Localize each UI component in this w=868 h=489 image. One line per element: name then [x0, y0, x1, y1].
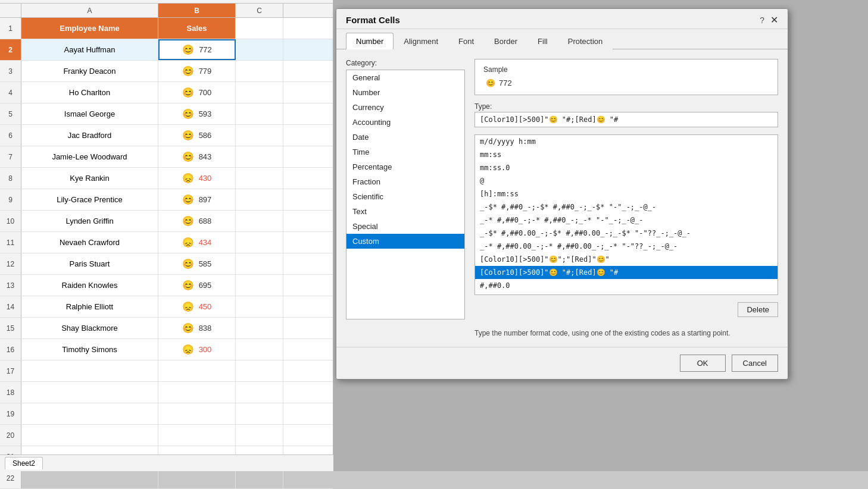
cell-name[interactable]: Shay Blackmore	[21, 318, 158, 338]
cell-name[interactable]: Paris Stuart	[21, 253, 158, 274]
table-row[interactable]: 1Employee NameSales	[0, 18, 333, 39]
table-row[interactable]: 15Shay Blackmore😊838	[0, 318, 333, 339]
category-item[interactable]: General	[346, 70, 464, 85]
table-row[interactable]: 7Jamie-Lee Woodward😊843	[0, 146, 333, 168]
delete-button[interactable]: Delete	[738, 302, 778, 317]
table-row[interactable]: 16Timothy Simons😞300	[0, 339, 333, 361]
cell-sales[interactable]: 😞300	[158, 339, 236, 360]
cell-sales[interactable]: 😊688	[158, 211, 236, 231]
table-row[interactable]: 12Paris Stuart😊585	[0, 253, 333, 275]
format-list-item[interactable]: _-* #,##0_-;-* #,##0_-;_-* "-"_-;_-@_-	[475, 214, 778, 227]
tab-font[interactable]: Font	[448, 33, 484, 49]
category-item[interactable]: Date	[346, 130, 464, 145]
cancel-button[interactable]: Cancel	[732, 355, 778, 372]
format-list-item[interactable]: _-$* #,##0_-;-$* #,##0_-;_-$* "-"_-;_-@_…	[475, 200, 778, 214]
cell-name[interactable]	[21, 382, 158, 403]
table-row[interactable]: 8Kye Rankin😞430	[0, 168, 333, 189]
cell-name[interactable]: Lynden Griffin	[21, 211, 158, 231]
format-list-item[interactable]: [Color10][>500]"😊";"[Red]"😊"	[475, 253, 778, 266]
cell-sales[interactable]	[158, 425, 236, 446]
cell-sales[interactable]: 😊700	[158, 82, 236, 103]
cell-name[interactable]: Jac Bradford	[21, 125, 158, 146]
type-input[interactable]	[474, 112, 778, 127]
col-header-b[interactable]: B	[158, 4, 236, 17]
category-item[interactable]: Percentage	[346, 159, 464, 174]
cell-sales[interactable]: 😊586	[158, 125, 236, 146]
cell-sales[interactable]: 😊585	[158, 253, 236, 274]
table-row[interactable]: 17	[0, 361, 333, 382]
cell-sales[interactable]: 😞450	[158, 296, 236, 317]
format-list-item[interactable]: _-* #,##0.00_-;-* #,##0.00_-;_-* "-"??_-…	[475, 240, 778, 253]
cell-name[interactable]: Franky Deacon	[21, 61, 158, 82]
cell-name[interactable]: Lily-Grace Prentice	[21, 189, 158, 210]
format-list-item[interactable]: m/d/yyyy h:mm	[475, 135, 778, 148]
col-header-a[interactable]: A	[21, 4, 158, 17]
cell-sales[interactable]: 😞434	[158, 232, 236, 253]
cell-name[interactable]: Nevaeh Crawford	[21, 232, 158, 253]
tab-protection[interactable]: Protection	[558, 33, 613, 49]
cell-name[interactable]: Raiden Knowles	[21, 275, 158, 296]
tab-alignment[interactable]: Alignment	[394, 33, 448, 49]
cell-sales[interactable]: Sales	[158, 18, 236, 39]
category-item[interactable]: Accounting	[346, 115, 464, 130]
cell-name[interactable]: Ismael George	[21, 104, 158, 124]
format-list-item[interactable]: #,##0.0	[475, 279, 778, 292]
format-list-item[interactable]: [h]:mm:ss	[475, 187, 778, 200]
tab-fill[interactable]: Fill	[527, 33, 558, 49]
table-row[interactable]: 20	[0, 425, 333, 446]
cell-name[interactable]: Kye Rankin	[21, 168, 158, 189]
format-list-item[interactable]: mm:ss.0	[475, 161, 778, 174]
category-item[interactable]: Custom	[346, 234, 464, 249]
cell-name[interactable]: Ho Charlton	[21, 82, 158, 103]
category-item[interactable]: Time	[346, 145, 464, 159]
category-item[interactable]: Text	[346, 204, 464, 219]
cell-sales[interactable]	[158, 382, 236, 403]
format-list-item[interactable]: [Color10][>500]"😊 "#;[Red]😊 "#	[475, 266, 778, 279]
table-row[interactable]: 9Lily-Grace Prentice😊897	[0, 189, 333, 211]
cell-name[interactable]: Jamie-Lee Woodward	[21, 146, 158, 167]
ok-button[interactable]: OK	[680, 355, 726, 372]
cell-sales[interactable]	[158, 361, 236, 381]
cell-name[interactable]: Aayat Huffman	[21, 39, 158, 60]
cell-sales[interactable]: 😞430	[158, 168, 236, 189]
category-item[interactable]: Fraction	[346, 174, 464, 189]
cell-sales[interactable]	[158, 403, 236, 424]
cell-sales[interactable]: 😊897	[158, 189, 236, 210]
dialog-close-button[interactable]: ✕	[770, 15, 778, 25]
table-row[interactable]: 13Raiden Knowles😊695	[0, 275, 333, 296]
cell-name[interactable]: Ralphie Elliott	[21, 296, 158, 317]
table-row[interactable]: 5Ismael George😊593	[0, 104, 333, 125]
cell-sales[interactable]: 😊838	[158, 318, 236, 338]
cell-sales[interactable]: 😊843	[158, 146, 236, 167]
cell-name[interactable]	[21, 361, 158, 381]
cell-name[interactable]	[21, 425, 158, 446]
cell-name[interactable]	[21, 403, 158, 424]
table-row[interactable]: 2Aayat Huffman😊772	[0, 39, 333, 61]
category-item[interactable]: Special	[346, 219, 464, 234]
format-list-item[interactable]: mm:ss	[475, 148, 778, 161]
table-row[interactable]: 3Franky Deacon😊779	[0, 61, 333, 82]
cell-sales[interactable]: 😊593	[158, 104, 236, 124]
cell-sales[interactable]: 😊772	[158, 39, 236, 60]
cell-name[interactable]: Employee Name	[21, 18, 158, 39]
tab-border[interactable]: Border	[484, 33, 527, 49]
tab-number[interactable]: Number	[346, 33, 394, 49]
col-header-c[interactable]: C	[236, 4, 283, 17]
dialog-help-button[interactable]: ?	[760, 15, 764, 25]
format-list[interactable]: m/d/yyyy h:mmmm:ssmm:ss.0@[h]:mm:ss_-$* …	[474, 134, 778, 295]
format-list-item[interactable]: @	[475, 174, 778, 187]
table-row[interactable]: 19	[0, 403, 333, 425]
cell-sales[interactable]: 😊695	[158, 275, 236, 296]
category-item[interactable]: Scientific	[346, 189, 464, 204]
table-row[interactable]: 18	[0, 382, 333, 403]
table-row[interactable]: 10Lynden Griffin😊688	[0, 211, 333, 232]
category-item[interactable]: Number	[346, 85, 464, 100]
table-row[interactable]: 6Jac Bradford😊586	[0, 125, 333, 146]
category-list[interactable]: GeneralNumberCurrencyAccountingDateTimeP…	[346, 70, 465, 319]
sheet-tab[interactable]: Sheet2	[5, 457, 43, 469]
table-row[interactable]: 14Ralphie Elliott😞450	[0, 296, 333, 318]
cell-sales[interactable]: 😊779	[158, 61, 236, 82]
format-list-item[interactable]: _-$* #,##0.00_-;-$* #,##0.00_-;_-$* "-"?…	[475, 227, 778, 240]
table-row[interactable]: 4Ho Charlton😊700	[0, 82, 333, 104]
cell-name[interactable]: Timothy Simons	[21, 339, 158, 360]
